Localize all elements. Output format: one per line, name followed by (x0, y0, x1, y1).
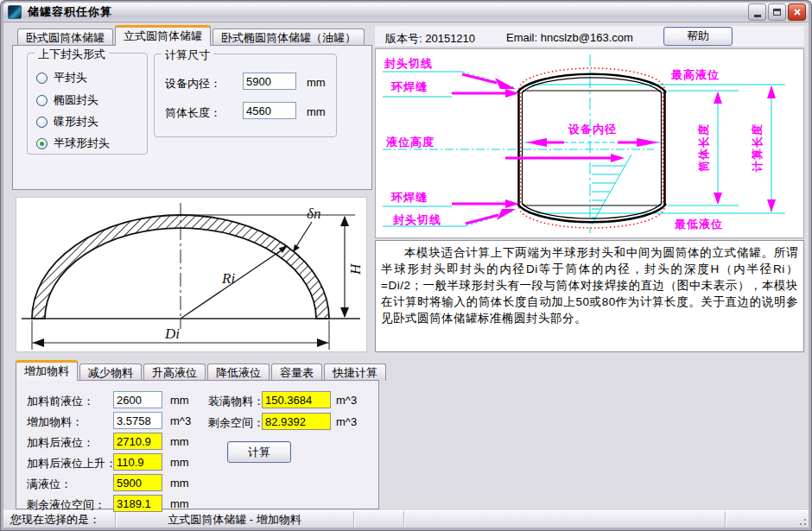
level-before-label: 加料前液位： (27, 394, 94, 409)
ri-dimension-label: Ri (221, 270, 235, 287)
radio-dished-head[interactable]: 碟形封头 (36, 115, 98, 129)
tab-add-material[interactable]: 增加物料 (16, 360, 78, 381)
module-description-text: 本模块适合计算上下两端为半球形封头和中间为圆筒体的立式储罐。所谓半球形封头即封头… (376, 241, 803, 326)
added-material-label: 增加物料： (27, 414, 83, 430)
status-empty-panel-2 (404, 511, 726, 528)
radio-flat-head[interactable]: 平封头 (36, 71, 87, 85)
add-material-panel: 加料前液位： mm 增加物料： m^3 加料后液位： mm 加料后液位上升： m… (16, 380, 379, 509)
minimize-button[interactable] (748, 3, 766, 21)
close-icon (793, 8, 802, 16)
status-prefix-panel: 您现在选择的是： (3, 511, 116, 528)
added-material-input[interactable] (113, 412, 162, 429)
head-type-groupbox: 上下封头形式 平封头 椭圆封头 碟形封头 半球形封头 (27, 53, 148, 155)
remaining-level-output[interactable] (113, 495, 162, 512)
delta-n-thickness-label: δn (307, 205, 320, 222)
tank-diagram-drawing: 封头切线 环焊缝 最高液位 设备内径 液位高度 环焊缝 封头切线 最低液位 筒体… (376, 49, 803, 237)
tank-type-tabstrip: 卧式圆筒体储罐 立式圆筒体储罐 卧式椭圆筒体储罐（油罐） (17, 25, 366, 46)
description-box: 本模块适合计算上下两端为半球形封头和中间为圆筒体的立式储罐。所谓半球形封头即封头… (375, 240, 804, 352)
full-level-unit: mm (170, 477, 189, 490)
hemispherical-head-drawing: Ri δn H Di (16, 198, 366, 351)
radio-label: 半球形封头 (54, 136, 110, 151)
maximize-icon (773, 9, 781, 16)
head-settings-panel: 上下封头形式 平封头 椭圆封头 碟形封头 半球形封头 计算尺寸 设备内径： mm (12, 45, 372, 190)
level-rise-label: 加料后液位上升： (27, 456, 117, 471)
close-button[interactable] (788, 3, 806, 21)
app-icon (8, 5, 22, 19)
h-dimension-label: H (347, 262, 364, 275)
head-type-group-title: 上下封头形式 (35, 47, 109, 62)
radio-icon (36, 73, 48, 84)
label-max-level: 最高液位 (670, 68, 720, 81)
tab-remove-material[interactable]: 减少物料 (79, 363, 142, 381)
inner-diameter-unit: mm (307, 76, 326, 89)
help-button[interactable]: 帮助 (663, 27, 733, 46)
maximize-button[interactable] (768, 3, 786, 21)
tab-horizontal-cylindrical-tank[interactable]: 卧式圆筒体储罐 (17, 28, 113, 46)
title-bar[interactable]: 储罐容积任你算 (3, 3, 809, 22)
level-before-unit: mm (170, 394, 189, 407)
status-bar: 您现在选择的是： 立式圆筒体储罐 - 增加物料 (3, 510, 809, 528)
window-title: 储罐容积任你算 (28, 4, 746, 20)
full-material-unit: m^3 (336, 394, 357, 407)
level-after-label: 加料后液位： (27, 435, 94, 451)
level-rise-unit: mm (170, 456, 189, 469)
radio-icon-selected (36, 138, 48, 149)
resize-grip[interactable] (796, 515, 807, 526)
label-girth-weld-top: 环焊缝 (390, 80, 428, 93)
tab-capacity-table[interactable]: 容量表 (271, 363, 322, 381)
status-selection: 立式圆筒体储罐 - 增加物料 (168, 512, 301, 528)
tab-lower-level[interactable]: 降低液位 (207, 363, 270, 381)
tank-diagram-box: 封头切线 环焊缝 最高液位 设备内径 液位高度 环焊缝 封头切线 最低液位 筒体… (375, 48, 804, 238)
label-girth-weld-bottom: 环焊缝 (390, 191, 428, 204)
app-window: 储罐容积任你算 卧式圆筒体储罐 立式圆筒体储罐 卧式椭圆筒体储罐（油罐） 上下封… (0, 0, 812, 531)
label-head-tangent-top: 封头切线 (384, 57, 433, 70)
full-material-label: 装满物料： (208, 394, 264, 409)
level-before-input[interactable] (113, 391, 162, 408)
label-min-level: 最低液位 (674, 218, 723, 231)
calculate-button[interactable]: 计算 (227, 441, 291, 463)
radio-icon (36, 95, 48, 106)
level-after-unit: mm (170, 435, 189, 448)
cylinder-length-input[interactable] (243, 102, 296, 119)
label-head-tangent-bottom: 封头切线 (392, 213, 441, 226)
tab-raise-level[interactable]: 升高液位 (143, 363, 206, 381)
inner-diameter-input[interactable] (243, 73, 296, 90)
radio-label: 碟形封头 (54, 114, 98, 130)
remaining-space-label: 剩余空间： (208, 415, 264, 431)
version-label: 版本号: 20151210 (385, 31, 475, 47)
label-liquid-height: 液位高度 (385, 136, 435, 149)
remaining-level-label: 剩余液位空间： (27, 497, 105, 513)
full-level-label: 满液位： (27, 477, 72, 492)
label-calc-length: 计算长度 (751, 123, 764, 173)
level-rise-output[interactable] (113, 453, 162, 471)
remaining-space-output[interactable] (262, 413, 331, 430)
status-selection-panel: 立式圆筒体储罐 - 增加物料 (116, 511, 354, 528)
calc-size-groupbox: 计算尺寸 设备内径： mm 筒体长度： mm (154, 54, 337, 137)
di-dimension-label: Di (164, 326, 180, 342)
tab-vertical-cylindrical-tank[interactable]: 立式圆筒体储罐 (115, 25, 211, 46)
calc-size-group-title: 计算尺寸 (162, 47, 213, 63)
remaining-level-unit: mm (170, 497, 189, 510)
full-level-output[interactable] (113, 474, 162, 491)
radio-label: 平封头 (54, 70, 87, 85)
version-bar: 版本号: 20151210 Email: hncslzb@163.com 帮助 (375, 26, 804, 47)
tab-quick-calc[interactable]: 快捷计算 (324, 363, 386, 381)
radio-label: 椭圆封头 (54, 92, 98, 108)
added-material-unit: m^3 (170, 414, 191, 427)
minimize-icon (754, 10, 761, 17)
full-material-output[interactable] (262, 391, 331, 408)
tab-horizontal-elliptical-tank[interactable]: 卧式椭圆筒体储罐（油罐） (213, 28, 365, 46)
cylinder-length-label: 筒体长度： (165, 105, 221, 121)
label-cylinder-length: 筒体长度 (697, 123, 710, 173)
level-after-output[interactable] (113, 433, 162, 450)
radio-elliptical-head[interactable]: 椭圆封头 (36, 93, 98, 107)
operation-tabstrip: 增加物料 减少物料 升高液位 降低液位 容量表 快捷计算 (16, 360, 388, 381)
email-label: Email: hncslzb@163.com (506, 31, 633, 44)
radio-icon (36, 117, 48, 128)
inner-diameter-label: 设备内径： (165, 76, 221, 92)
status-prefix: 您现在选择的是： (10, 512, 100, 528)
remaining-space-unit: m^3 (336, 415, 357, 428)
cylinder-length-unit: mm (307, 105, 326, 118)
radio-hemispherical-head[interactable]: 半球形封头 (36, 136, 110, 150)
status-empty-panel-1 (354, 511, 404, 528)
